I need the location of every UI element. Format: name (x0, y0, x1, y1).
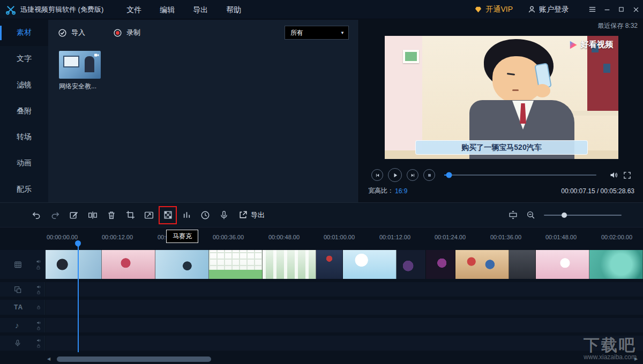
export-button[interactable]: 导出 (238, 210, 265, 220)
clip-thumbnail[interactable] (589, 250, 643, 279)
clip-thumbnail[interactable] (155, 250, 209, 279)
crop-button[interactable] (124, 209, 137, 222)
stop-button[interactable] (423, 169, 435, 181)
zoom-out-icon[interactable] (526, 210, 535, 219)
sidebar-item-overlay[interactable]: 叠附 (0, 98, 48, 124)
delete-button[interactable] (105, 209, 118, 222)
import-button[interactable]: 导入 (58, 28, 85, 37)
menu-edit[interactable]: 编辑 (151, 0, 184, 19)
clip-thumbnail[interactable] (102, 250, 155, 279)
timeline-ruler[interactable]: 00:00:00.00 00:00:12.00 00:00:24.00 00:0… (0, 228, 643, 246)
adjust-button[interactable] (180, 209, 193, 222)
media-thumbnail[interactable] (59, 51, 101, 79)
play-button[interactable] (388, 168, 402, 182)
clip-thumbnail[interactable] (343, 250, 397, 279)
sidebar-item-animation[interactable]: 动画 (0, 150, 48, 177)
scrollbar-track[interactable] (53, 357, 632, 362)
trash-icon (107, 210, 116, 220)
mosaic-button[interactable] (161, 209, 174, 222)
close-button[interactable] (629, 0, 643, 19)
text-track-lane[interactable] (46, 300, 643, 315)
lock-track-icon[interactable] (36, 344, 41, 348)
scrollbar-thumb[interactable] (57, 357, 211, 362)
video-preview[interactable]: 好看视频 购买了一辆宝马520汽车 (385, 36, 618, 159)
edit-clip-button[interactable] (68, 209, 80, 222)
maximize-button[interactable] (614, 0, 629, 19)
clip-thumbnail[interactable] (316, 250, 343, 279)
ruler-tick-label: 00:00:00.00 (39, 234, 85, 240)
mute-track-icon[interactable] (36, 338, 41, 343)
redo-button[interactable] (49, 209, 62, 222)
clip-thumbnail[interactable] (46, 250, 102, 279)
sidebar-item-filter[interactable]: 滤镜 (0, 72, 48, 98)
scroll-right-arrow[interactable]: ▶ (632, 357, 640, 361)
lock-track-icon[interactable] (36, 265, 41, 270)
clip-thumbnail[interactable] (209, 250, 263, 279)
aspect-ratio-label: 宽高比： (368, 186, 394, 195)
clip-thumbnail[interactable] (426, 250, 455, 279)
canvas-size-button[interactable] (143, 209, 155, 222)
timeline-scrollbar: ◀ ▶ (45, 355, 640, 362)
pip-track-lane[interactable] (46, 282, 643, 297)
close-icon (632, 6, 640, 13)
clip-thumbnail[interactable] (536, 250, 589, 279)
record-button[interactable]: 录制 (113, 28, 140, 37)
voiceover-button[interactable] (218, 209, 230, 222)
menu-help[interactable]: 帮助 (217, 0, 250, 19)
music-track-controls (36, 321, 41, 330)
account-login-button[interactable]: 账户登录 (528, 5, 569, 14)
ruler-tick-label: 00:00:36.00 (205, 234, 251, 240)
text-track-controls (36, 305, 41, 309)
aspect-ratio-value[interactable]: 16:9 (395, 187, 407, 195)
media-item[interactable]: 网络安全教... (59, 51, 105, 91)
skip-forward-icon (410, 172, 416, 178)
sidebar-item-music[interactable]: 配乐 (0, 176, 48, 202)
lock-track-icon[interactable] (36, 326, 41, 330)
mute-track-icon[interactable] (36, 321, 41, 325)
mute-track-icon[interactable] (36, 259, 41, 264)
sidebar-item-text[interactable]: 文字 (0, 46, 48, 72)
progress-handle[interactable] (446, 172, 452, 178)
voice-track-lane[interactable] (46, 336, 643, 351)
mute-track-icon[interactable] (36, 285, 41, 289)
duration-button[interactable] (199, 209, 212, 222)
minimize-button[interactable] (600, 0, 614, 19)
clip-thumbnail[interactable] (263, 250, 316, 279)
app-logo-scissors-icon (5, 4, 16, 15)
playhead-handle[interactable] (75, 240, 81, 246)
playback-progress-slider[interactable] (444, 175, 596, 176)
previous-frame-button[interactable] (371, 169, 383, 181)
music-track-lane[interactable] (46, 318, 643, 332)
sidebar-item-transition[interactable]: 转场 (0, 124, 48, 150)
clip-thumbnail[interactable] (397, 250, 426, 279)
pip-track-icon (14, 286, 21, 293)
ruler-tick-label: 00:01:24.00 (427, 234, 473, 240)
undo-button[interactable] (30, 209, 43, 222)
chevron-down-icon: ▼ (337, 26, 348, 39)
scroll-left-arrow[interactable]: ◀ (45, 357, 53, 361)
playhead-line[interactable] (78, 242, 79, 352)
media-filter-dropdown[interactable]: 所有 ▼ (285, 26, 349, 40)
vip-button[interactable]: 开通VIP (474, 5, 513, 14)
sidebar-item-media[interactable]: 素材 (0, 20, 48, 46)
lock-track-icon[interactable] (36, 305, 41, 309)
sidebar: 素材 文字 滤镜 叠附 转场 动画 配乐 (0, 20, 48, 202)
timeline-zoom-slider[interactable] (544, 215, 622, 216)
export-label: 导出 (251, 210, 265, 220)
volume-icon[interactable] (609, 171, 618, 179)
menu-export[interactable]: 导出 (184, 0, 217, 19)
clip-thumbnail[interactable] (509, 250, 536, 279)
menu-file[interactable]: 文件 (117, 0, 151, 19)
video-clip-filmstrip[interactable] (46, 250, 643, 279)
lock-track-icon[interactable] (36, 290, 41, 294)
track-height-icon[interactable] (509, 210, 518, 219)
split-button[interactable] (86, 209, 99, 222)
next-frame-button[interactable] (407, 169, 418, 181)
zoom-slider-handle[interactable] (562, 213, 567, 218)
clip-thumbnail[interactable] (455, 250, 509, 279)
hamburger-menu-button[interactable] (585, 0, 600, 19)
play-icon (392, 172, 399, 179)
cartoon-man-hand (534, 84, 550, 97)
fullscreen-icon[interactable] (623, 171, 631, 179)
ruler-tick-label: 00:02:00.00 (594, 234, 640, 240)
